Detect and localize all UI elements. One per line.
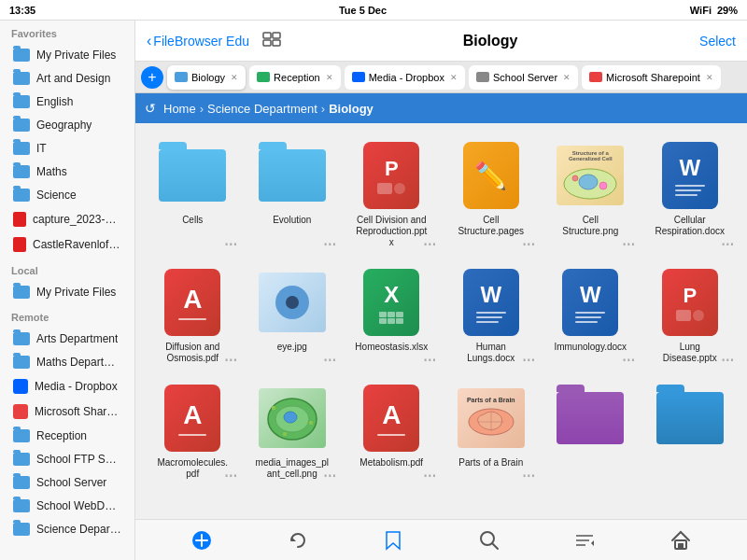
tab-sharepoint[interactable]: Microsoft Sharepoint ✕ (582, 65, 721, 90)
file-more-button[interactable]: ⋯ (719, 237, 734, 252)
folder-icon (159, 149, 226, 202)
add-button[interactable] (185, 524, 218, 557)
home-button[interactable] (664, 524, 698, 557)
sidebar-label: Reception (36, 429, 87, 442)
file-item-blue2-folder[interactable] (644, 377, 737, 485)
bookmark-button[interactable] (376, 524, 410, 557)
sidebar-item-arts-dept[interactable]: Arts Department (4, 328, 131, 350)
sidebar-item-school-server[interactable]: School Server (4, 471, 131, 494)
tab-close-schoolserver[interactable]: ✕ (563, 73, 571, 82)
breadcrumb-home[interactable]: Home (163, 102, 196, 116)
tab-icon-sharepoint (589, 72, 602, 82)
grid-view-icon[interactable] (262, 32, 281, 50)
file-more-button[interactable]: ⋯ (520, 353, 535, 368)
file-item-lung-disease[interactable]: P Lung Disease.pptx ⋯ (644, 261, 737, 370)
file-item-cell-structure-png[interactable]: Structure of a Generalized Cell Cell Str… (544, 134, 637, 254)
pptx-icon: P (662, 269, 718, 336)
search-button[interactable] (472, 524, 506, 557)
sidebar-item-reception[interactable]: Reception (4, 425, 131, 447)
add-tab-button[interactable]: + (141, 66, 163, 89)
breadcrumb-science[interactable]: Science Department (207, 102, 317, 116)
sidebar-item-geography[interactable]: Geography (4, 114, 131, 136)
file-item-eye[interactable]: eye.jpg ⋯ (247, 261, 339, 370)
file-item-evolution[interactable]: Evolution ⋯ (247, 134, 339, 254)
folder-icon (259, 149, 326, 202)
sidebar-item-media-dropbox[interactable]: Media - Dropbox (4, 374, 131, 399)
sidebar-item-local-private[interactable]: My Private Files (4, 281, 131, 303)
file-more-button[interactable]: ⋯ (719, 353, 734, 368)
file-item-plant-cell[interactable]: media_images_plant_cell.png ⋯ (247, 377, 339, 485)
svg-point-7 (599, 182, 607, 189)
file-item-human-lungs[interactable]: W Human Lungs.docx ⋯ (445, 261, 538, 370)
folder-icon (13, 356, 30, 369)
tab-bar: + Biology ✕ Reception ✕ Media - Dropbox … (135, 62, 747, 93)
refresh-button[interactable] (281, 524, 315, 557)
file-item-metabolism[interactable]: A Metabolism.pdf ⋯ (345, 377, 438, 485)
back-button[interactable]: ‹ FileBrowser Edu (147, 33, 249, 49)
svg-rect-12 (309, 421, 313, 425)
tab-dropbox[interactable]: Media - Dropbox ✕ (345, 65, 465, 90)
file-name-eye: eye.jpg (277, 342, 307, 353)
wifi-icon: WiFi (690, 5, 712, 16)
sidebar-item-ms-sharepoint[interactable]: Microsoft Sharep... (4, 399, 131, 424)
file-more-button[interactable]: ⋯ (222, 237, 237, 252)
svg-rect-1 (273, 33, 280, 38)
file-more-button[interactable]: ⋯ (520, 237, 535, 252)
file-more-button[interactable]: ⋯ (222, 469, 237, 483)
folder-icon (13, 95, 30, 108)
file-more-button[interactable]: ⋯ (321, 237, 336, 252)
file-item-purple-folder[interactable] (544, 377, 637, 485)
file-more-button[interactable]: ⋯ (321, 469, 336, 483)
page-title: Biology (281, 33, 699, 49)
sidebar-label: Art and Design (36, 72, 110, 85)
tab-reception[interactable]: Reception ✕ (249, 65, 341, 90)
sidebar-item-science[interactable]: Science (4, 184, 131, 206)
tab-school-server[interactable]: School Server ✕ (469, 65, 578, 90)
file-more-button[interactable]: ⋯ (321, 353, 336, 368)
sidebar-item-my-private[interactable]: My Private Files (4, 44, 131, 66)
file-item-diffusion[interactable]: A Diffusion and Osmosis.pdf ⋯ (147, 261, 239, 370)
file-item-homeostasis[interactable]: X Homeostasis.xlsx ⋯ (345, 261, 438, 370)
sidebar-label: Microsoft Sharep... (35, 405, 121, 418)
pages-icon: ✏️ (463, 142, 519, 209)
sidebar-item-capture[interactable]: capture_2023-10... (4, 207, 131, 231)
breadcrumb-current[interactable]: Biology (329, 102, 374, 116)
sidebar-item-school-webdav[interactable]: School WebDAV... (4, 495, 131, 517)
sidebar-item-it[interactable]: IT (4, 137, 131, 160)
tab-close-sharepoint[interactable]: ✕ (706, 73, 713, 82)
file-item-macromolecules[interactable]: A Macromolecules.pdf ⋯ (147, 377, 239, 485)
tab-close-reception[interactable]: ✕ (326, 73, 333, 82)
select-button[interactable]: Select (699, 34, 736, 49)
file-more-button[interactable]: ⋯ (421, 353, 436, 368)
file-item-cell-structure-pages[interactable]: ✏️ Cell Structure.pages ⋯ (445, 134, 538, 254)
file-item-cell-division[interactable]: P Cell Division and Reproduction.pptx ⋯ (345, 134, 438, 254)
sort-button[interactable] (568, 524, 601, 557)
tab-biology[interactable]: Biology ✕ (167, 65, 246, 90)
file-more-button[interactable]: ⋯ (620, 237, 635, 252)
sidebar-item-castle[interactable]: CastleRavenloft_... (4, 232, 131, 257)
file-item-cells[interactable]: Cells ⋯ (147, 134, 239, 254)
tab-close-biology[interactable]: ✕ (231, 73, 238, 82)
file-item-cellular-resp[interactable]: W Cellular Respiration.docx ⋯ (644, 134, 737, 254)
file-more-button[interactable]: ⋯ (421, 237, 436, 252)
tab-close-dropbox[interactable]: ✕ (450, 73, 458, 82)
file-more-button[interactable]: ⋯ (620, 353, 635, 368)
file-more-button[interactable]: ⋯ (222, 353, 237, 368)
sidebar-item-art[interactable]: Art and Design (4, 67, 131, 90)
sharepoint-icon (13, 404, 28, 419)
file-item-immunology[interactable]: W Immunology.docx ⋯ (544, 261, 637, 370)
folder-icon (13, 49, 30, 62)
folder-icon (13, 453, 30, 466)
sidebar-item-maths[interactable]: Maths (4, 161, 131, 183)
file-more-button[interactable]: ⋯ (520, 469, 535, 483)
sidebar-item-school-ftp[interactable]: School FTP Server (4, 448, 131, 470)
svg-point-6 (572, 175, 578, 181)
tab-icon-biology (175, 72, 188, 82)
sidebar-item-english[interactable]: English (4, 91, 131, 113)
file-name-macromolecules: Macromolecules.pdf (155, 457, 230, 480)
sidebar-item-science-dept[interactable]: Science Departm... (4, 518, 131, 540)
sidebar-item-maths-dept[interactable]: Maths Department (4, 351, 131, 373)
file-item-brain[interactable]: Parts of a Brain Parts of a Brain ⋯ (445, 377, 538, 485)
file-more-button[interactable]: ⋯ (421, 469, 436, 483)
breadcrumb-back-button[interactable]: ↺ (145, 101, 156, 116)
